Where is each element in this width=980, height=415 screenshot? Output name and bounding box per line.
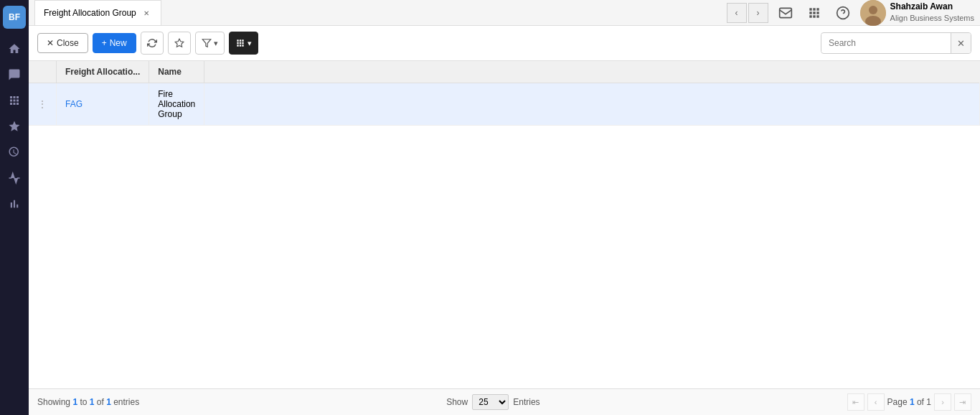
close-icon: ✕ (47, 38, 54, 48)
new-button[interactable]: + New (93, 33, 136, 53)
sidebar-item-analytics[interactable] (3, 141, 26, 164)
tab-close-button[interactable]: ✕ (141, 7, 152, 19)
showing-suffix: entries (111, 397, 139, 407)
table-header-row: Freight Allocatio... Name (29, 61, 980, 83)
footer-center: Show 10 25 50 100 Entries (446, 394, 540, 410)
sidebar-item-reports[interactable] (3, 192, 26, 215)
showing-text: Showing 1 to 1 of 1 entries (37, 397, 139, 407)
help-icon[interactable] (831, 1, 854, 24)
main-area: Freight Allocation Group ✕ ‹ › Shahz (29, 0, 980, 415)
freight-allocation-tab[interactable]: Freight Allocation Group ✕ (34, 0, 161, 25)
page-prev-button[interactable]: ‹ (867, 393, 885, 411)
entries-label: Entries (513, 397, 540, 407)
avatar (860, 0, 886, 26)
toolbar: ✕ Close + New ▾ ▾ ✕ (29, 26, 980, 61)
svg-point-3 (869, 6, 877, 14)
showing-prefix: Showing (37, 397, 72, 407)
row-drag-handle: ⋮ (29, 83, 57, 126)
pagination: ⇤ ‹ Page 1 of 1 › ⇥ (847, 393, 971, 411)
filter-button[interactable]: ▾ (195, 32, 225, 55)
tab-nav-forward[interactable]: › (748, 3, 768, 23)
showing-of: of (94, 397, 106, 407)
filter-arrow: ▾ (214, 39, 218, 48)
sidebar-item-home[interactable] (3, 37, 26, 60)
user-profile[interactable]: Shahzaib Awan Align Business Systems (860, 0, 974, 26)
sidebar: BF (0, 0, 29, 415)
grid-icon[interactable] (803, 1, 826, 24)
refresh-button[interactable] (141, 32, 164, 55)
row-name: Fire Allocation Group (149, 83, 204, 126)
row-empty (204, 83, 980, 126)
col-drag (29, 61, 57, 83)
search-clear-button[interactable]: ✕ (951, 33, 971, 53)
svg-rect-0 (779, 8, 791, 17)
footer: Showing 1 to 1 of 1 entries Show 10 25 5… (29, 388, 980, 415)
new-label: New (110, 38, 127, 48)
tab-label: Freight Allocation Group (44, 8, 136, 18)
sidebar-item-activity[interactable] (3, 167, 26, 190)
sidebar-item-messages[interactable] (3, 63, 26, 86)
show-select[interactable]: 10 25 50 100 (472, 394, 509, 410)
user-name: Shahzaib Awan (890, 1, 974, 13)
search-input[interactable] (821, 34, 951, 52)
close-label: Close (57, 38, 79, 48)
email-icon[interactable] (774, 1, 797, 24)
table-area: Freight Allocatio... Name ⋮ FAG Fire All… (29, 61, 980, 388)
col-freight-allocation[interactable]: Freight Allocatio... (57, 61, 149, 83)
page-current: 1 (910, 397, 915, 407)
showing-total: 1 (106, 397, 111, 407)
page-next-button[interactable]: › (934, 393, 951, 411)
page-first-button[interactable]: ⇤ (847, 393, 864, 411)
star-button[interactable] (168, 32, 191, 55)
user-info: Shahzaib Awan Align Business Systems (890, 1, 974, 24)
table-row[interactable]: ⋮ FAG Fire Allocation Group (29, 83, 980, 126)
page-last-button[interactable]: ⇥ (954, 393, 971, 411)
close-button[interactable]: ✕ Close (37, 33, 88, 53)
user-company: Align Business Systems (890, 13, 974, 24)
app-logo[interactable]: BF (3, 6, 26, 29)
row-freight-allocation[interactable]: FAG (57, 83, 149, 126)
view-toggle-button[interactable]: ▾ (229, 32, 258, 55)
plus-icon: + (102, 38, 107, 48)
tab-nav-back[interactable]: ‹ (727, 3, 747, 23)
tab-nav-arrows: ‹ › (727, 3, 768, 23)
showing-mid: to (77, 397, 90, 407)
search-box: ✕ (821, 32, 971, 54)
svg-marker-5 (202, 39, 211, 47)
freight-table: Freight Allocatio... Name ⋮ FAG Fire All… (29, 61, 980, 126)
sidebar-item-favorites[interactable] (3, 115, 26, 138)
sidebar-item-apps[interactable] (3, 89, 26, 112)
tab-bar: Freight Allocation Group ✕ ‹ › Shahz (29, 0, 980, 26)
col-name[interactable]: Name (149, 61, 204, 83)
page-info: Page 1 of 1 (887, 397, 931, 407)
col-empty (204, 61, 980, 83)
top-right-icons: Shahzaib Awan Align Business Systems (774, 0, 974, 26)
show-label: Show (446, 397, 468, 407)
page-total: 1 (926, 397, 931, 407)
view-arrow: ▾ (248, 39, 252, 48)
toolbar-right: ✕ (821, 32, 971, 54)
